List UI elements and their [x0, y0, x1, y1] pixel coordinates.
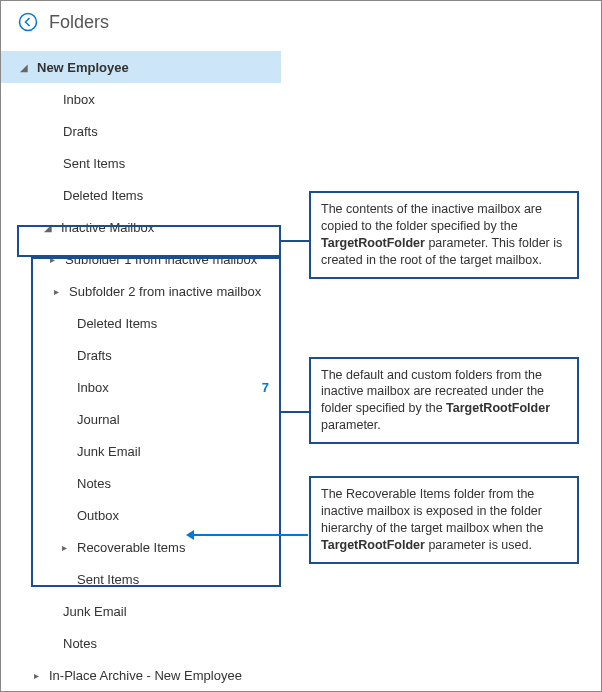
folder-tree: ◢ New Employee Inbox Drafts Sent Items D…: [1, 43, 281, 691]
tree-item[interactable]: Junk Email: [1, 435, 281, 467]
tree-item[interactable]: Sent Items: [1, 563, 281, 595]
tree-root[interactable]: ◢ New Employee: [1, 51, 281, 83]
caret-right-icon: ▸: [57, 542, 71, 553]
callout-box: The contents of the inactive mailbox are…: [309, 191, 579, 279]
tree-item[interactable]: Deleted Items: [1, 307, 281, 339]
connector-line: [281, 240, 309, 242]
caret-down-icon: ◢: [17, 62, 31, 73]
unread-count: 7: [262, 380, 269, 395]
tree-item[interactable]: Drafts: [1, 339, 281, 371]
caret-down-icon: ◢: [41, 222, 55, 233]
tree-item[interactable]: Notes: [1, 627, 281, 659]
caret-right-icon: ▸: [49, 286, 63, 297]
callout-box: The Recoverable Items folder from the in…: [309, 476, 579, 564]
caret-right-icon: ▸: [45, 254, 59, 265]
tree-item[interactable]: Journal: [1, 403, 281, 435]
tree-item[interactable]: Drafts: [1, 115, 281, 147]
tree-item[interactable]: Inbox: [1, 83, 281, 115]
tree-inactive-mailbox[interactable]: ◢ Inactive Mailbox: [1, 211, 281, 243]
arrow-recoverable: [192, 534, 308, 536]
tree-archive[interactable]: ▸ In-Place Archive - New Employee: [1, 659, 281, 691]
connector-line: [281, 411, 309, 413]
tree-item[interactable]: Sent Items: [1, 147, 281, 179]
tree-item[interactable]: Notes: [1, 467, 281, 499]
caret-right-icon: ▸: [29, 670, 43, 681]
callouts: The contents of the inactive mailbox are…: [309, 191, 579, 596]
root-label: New Employee: [31, 60, 129, 75]
tree-subfolder[interactable]: ▸ Subfolder 2 from inactive mailbox: [1, 275, 281, 307]
back-icon[interactable]: [17, 11, 39, 33]
page-title: Folders: [49, 12, 109, 33]
header: Folders: [1, 1, 601, 43]
svg-point-0: [20, 14, 37, 31]
tree-item[interactable]: Outbox: [1, 499, 281, 531]
tree-item[interactable]: Deleted Items: [1, 179, 281, 211]
tree-subfolder[interactable]: ▸ Subfolder 1 from inactive mailbox: [1, 243, 281, 275]
tree-item-inbox[interactable]: Inbox 7: [1, 371, 281, 403]
callout-box: The default and custom folders from the …: [309, 357, 579, 445]
tree-item[interactable]: Junk Email: [1, 595, 281, 627]
